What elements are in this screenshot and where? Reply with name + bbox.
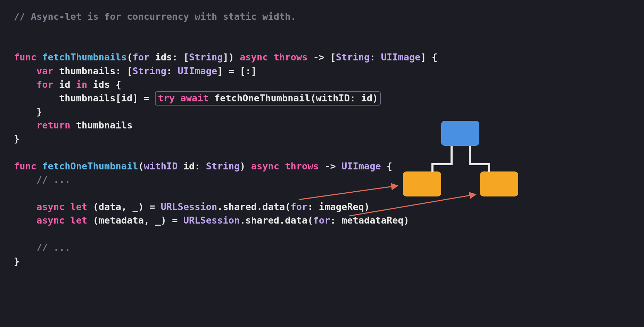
punct: (: [138, 161, 144, 171]
call-expr: fetchOneThumbnail(withID: id): [209, 93, 378, 103]
indent: [14, 120, 36, 131]
type-uiimage: UIImage: [381, 52, 421, 62]
kw-async: async: [36, 201, 65, 212]
kw-await: await: [180, 93, 208, 103]
arg-label-for: for: [291, 201, 308, 212]
param-decl: ids: [: [149, 52, 189, 62]
close-brace: }: [14, 106, 42, 117]
kw-var: var: [36, 66, 53, 76]
sp: [268, 52, 274, 62]
punct: ] {: [421, 52, 438, 62]
kw-let: let: [71, 215, 88, 226]
code-text: (metadata, _) =: [87, 215, 183, 226]
indent: [14, 215, 36, 226]
kw-return: return: [36, 120, 71, 131]
punct: (: [127, 52, 132, 62]
kw-throws: throws: [274, 52, 308, 62]
type-string: String: [189, 52, 223, 62]
connector: [431, 163, 453, 165]
connector: [488, 163, 490, 172]
arg-label-withid: withID: [144, 161, 178, 171]
punct: :: [166, 66, 178, 76]
kw-func: func: [14, 52, 36, 62]
indent: [14, 93, 59, 103]
kw-for: for: [36, 79, 53, 90]
sp: [65, 215, 70, 226]
connector: [431, 163, 434, 172]
kw-let: let: [71, 201, 88, 212]
highlight-box: try await fetchOneThumbnail(withID: id): [155, 91, 381, 106]
sp: [65, 201, 70, 212]
task-tree-diagram: [351, 111, 531, 222]
punct: ]): [223, 52, 240, 62]
connector: [451, 146, 453, 165]
code-text: .shared.data(: [240, 215, 313, 226]
kw-async: async: [251, 161, 279, 171]
arg-label-for: for: [132, 52, 149, 62]
indent: [14, 79, 36, 90]
kw-async: async: [240, 52, 268, 62]
parent-task-node: [441, 121, 479, 146]
type-string: String: [132, 66, 166, 76]
code-text: id: [53, 79, 76, 90]
kw-try: try: [158, 93, 175, 103]
comment-line: // Async-let is for concurrency with sta…: [14, 11, 296, 22]
child-task-node-left: [403, 171, 441, 196]
type-uiimage: UIImage: [177, 66, 217, 76]
fn-name: fetchOneThumbnail: [42, 161, 138, 171]
code-text: thumbnails[id] =: [59, 93, 155, 103]
punct: :: [370, 52, 381, 62]
indent: [14, 201, 36, 212]
child-task-node-right: [480, 171, 518, 196]
sp: [279, 161, 285, 171]
type-string: String: [206, 161, 240, 171]
code-text: thumbnails: [71, 120, 133, 131]
code-block: // Async-let is for concurrency with sta…: [0, 0, 644, 282]
close-brace: }: [14, 133, 19, 144]
kw-async: async: [36, 215, 65, 226]
code-text: ids {: [87, 79, 121, 90]
punct: ): [240, 161, 251, 171]
lib-urlsession: URLSession: [161, 201, 217, 212]
lib-urlsession: URLSession: [183, 215, 240, 226]
code-text: thumbnails: [: [53, 66, 133, 76]
kw-in: in: [76, 79, 88, 90]
punct: ->: [319, 161, 341, 171]
type-string: String: [336, 52, 370, 62]
connector: [469, 146, 471, 165]
code-text: (data, _) =: [87, 201, 160, 212]
param-decl: id:: [177, 161, 206, 171]
sp: [175, 93, 180, 103]
kw-func: func: [14, 161, 36, 171]
punct: -> [: [307, 52, 336, 62]
comment-line: // ...: [14, 242, 71, 253]
close-brace: }: [14, 256, 19, 267]
code-text: .shared.data(: [217, 201, 290, 212]
connector: [469, 163, 490, 165]
comment-line: // ...: [14, 174, 71, 185]
indent: [14, 66, 36, 76]
code-text: ] = [:]: [217, 66, 257, 76]
fn-name: fetchThumbnails: [42, 52, 127, 62]
arg-label-for: for: [313, 215, 330, 226]
kw-throws: throws: [285, 161, 319, 171]
